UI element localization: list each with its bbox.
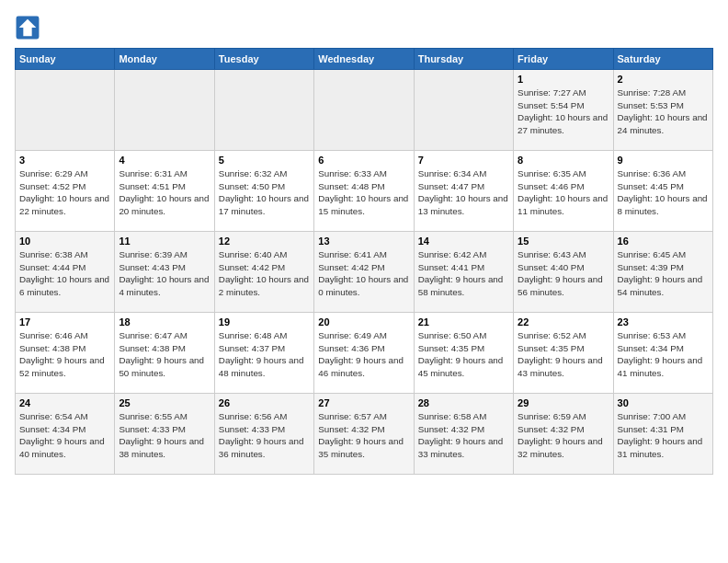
calendar-day-cell: 23Sunrise: 6:53 AM Sunset: 4:34 PM Dayli… — [613, 313, 712, 394]
day-info: Sunrise: 6:54 AM Sunset: 4:34 PM Dayligh… — [19, 410, 110, 461]
day-number: 26 — [219, 397, 310, 408]
day-number: 1 — [518, 74, 609, 85]
calendar-day-cell — [414, 70, 513, 151]
page-header — [15, 15, 713, 40]
day-number: 5 — [219, 155, 310, 166]
day-number: 22 — [518, 316, 609, 327]
calendar-day-cell: 22Sunrise: 6:52 AM Sunset: 4:35 PM Dayli… — [514, 313, 613, 394]
calendar-day-cell: 30Sunrise: 7:00 AM Sunset: 4:31 PM Dayli… — [613, 394, 712, 475]
calendar-week-row: 1Sunrise: 7:27 AM Sunset: 5:54 PM Daylig… — [16, 70, 713, 151]
day-info: Sunrise: 7:28 AM Sunset: 5:53 PM Dayligh… — [618, 86, 709, 137]
day-info: Sunrise: 6:47 AM Sunset: 4:38 PM Dayligh… — [119, 329, 210, 380]
calendar-week-row: 24Sunrise: 6:54 AM Sunset: 4:34 PM Dayli… — [16, 394, 713, 475]
calendar-week-row: 17Sunrise: 6:46 AM Sunset: 4:38 PM Dayli… — [16, 313, 713, 394]
day-number: 13 — [318, 236, 409, 247]
day-number: 25 — [119, 397, 210, 408]
day-number: 12 — [219, 236, 310, 247]
calendar-day-cell: 28Sunrise: 6:58 AM Sunset: 4:32 PM Dayli… — [414, 394, 513, 475]
calendar-day-cell: 12Sunrise: 6:40 AM Sunset: 4:42 PM Dayli… — [214, 232, 313, 313]
calendar-day-cell — [314, 70, 414, 151]
day-number: 20 — [318, 316, 409, 327]
day-number: 21 — [418, 316, 509, 327]
day-info: Sunrise: 7:27 AM Sunset: 5:54 PM Dayligh… — [518, 86, 609, 137]
calendar-day-cell: 17Sunrise: 6:46 AM Sunset: 4:38 PM Dayli… — [16, 313, 115, 394]
day-number: 24 — [19, 397, 110, 408]
day-number: 17 — [19, 316, 110, 327]
day-number: 2 — [618, 74, 709, 85]
day-info: Sunrise: 7:00 AM Sunset: 4:31 PM Dayligh… — [618, 410, 709, 461]
calendar-day-cell: 25Sunrise: 6:55 AM Sunset: 4:33 PM Dayli… — [115, 394, 214, 475]
day-info: Sunrise: 6:49 AM Sunset: 4:36 PM Dayligh… — [318, 329, 409, 380]
calendar-day-cell: 18Sunrise: 6:47 AM Sunset: 4:38 PM Dayli… — [115, 313, 214, 394]
calendar-day-cell: 8Sunrise: 6:35 AM Sunset: 4:46 PM Daylig… — [514, 151, 613, 232]
day-number: 10 — [19, 236, 110, 247]
calendar-day-cell: 16Sunrise: 6:45 AM Sunset: 4:39 PM Dayli… — [613, 232, 712, 313]
day-info: Sunrise: 6:41 AM Sunset: 4:42 PM Dayligh… — [318, 248, 409, 299]
calendar-day-cell: 7Sunrise: 6:34 AM Sunset: 4:47 PM Daylig… — [414, 151, 513, 232]
day-info: Sunrise: 6:53 AM Sunset: 4:34 PM Dayligh… — [618, 329, 709, 380]
day-info: Sunrise: 6:52 AM Sunset: 4:35 PM Dayligh… — [518, 329, 609, 380]
weekday-header-cell: Tuesday — [214, 49, 313, 70]
calendar-day-cell: 9Sunrise: 6:36 AM Sunset: 4:45 PM Daylig… — [613, 151, 712, 232]
calendar-day-cell: 15Sunrise: 6:43 AM Sunset: 4:40 PM Dayli… — [514, 232, 613, 313]
calendar-day-cell: 27Sunrise: 6:57 AM Sunset: 4:32 PM Dayli… — [314, 394, 414, 475]
day-number: 14 — [418, 236, 509, 247]
logo-icon — [15, 15, 40, 40]
calendar-day-cell: 19Sunrise: 6:48 AM Sunset: 4:37 PM Dayli… — [214, 313, 313, 394]
logo — [15, 15, 44, 40]
day-number: 27 — [318, 397, 409, 408]
day-info: Sunrise: 6:34 AM Sunset: 4:47 PM Dayligh… — [418, 167, 509, 218]
weekday-header-cell: Wednesday — [314, 49, 414, 70]
calendar-day-cell: 29Sunrise: 6:59 AM Sunset: 4:32 PM Dayli… — [514, 394, 613, 475]
calendar-day-cell: 24Sunrise: 6:54 AM Sunset: 4:34 PM Dayli… — [16, 394, 115, 475]
day-info: Sunrise: 6:57 AM Sunset: 4:32 PM Dayligh… — [318, 410, 409, 461]
day-info: Sunrise: 6:50 AM Sunset: 4:35 PM Dayligh… — [418, 329, 509, 380]
day-info: Sunrise: 6:42 AM Sunset: 4:41 PM Dayligh… — [418, 248, 509, 299]
calendar-day-cell: 2Sunrise: 7:28 AM Sunset: 5:53 PM Daylig… — [613, 70, 712, 151]
calendar-day-cell: 11Sunrise: 6:39 AM Sunset: 4:43 PM Dayli… — [115, 232, 214, 313]
day-number: 28 — [418, 397, 509, 408]
calendar-day-cell: 21Sunrise: 6:50 AM Sunset: 4:35 PM Dayli… — [414, 313, 513, 394]
day-info: Sunrise: 6:33 AM Sunset: 4:48 PM Dayligh… — [318, 167, 409, 218]
calendar-day-cell: 20Sunrise: 6:49 AM Sunset: 4:36 PM Dayli… — [314, 313, 414, 394]
day-info: Sunrise: 6:31 AM Sunset: 4:51 PM Dayligh… — [119, 167, 210, 218]
day-number: 7 — [418, 155, 509, 166]
calendar-day-cell: 1Sunrise: 7:27 AM Sunset: 5:54 PM Daylig… — [514, 70, 613, 151]
day-info: Sunrise: 6:45 AM Sunset: 4:39 PM Dayligh… — [618, 248, 709, 299]
day-number: 15 — [518, 236, 609, 247]
day-info: Sunrise: 6:36 AM Sunset: 4:45 PM Dayligh… — [618, 167, 709, 218]
day-info: Sunrise: 6:43 AM Sunset: 4:40 PM Dayligh… — [518, 248, 609, 299]
calendar-day-cell: 13Sunrise: 6:41 AM Sunset: 4:42 PM Dayli… — [314, 232, 414, 313]
weekday-header-cell: Friday — [514, 49, 613, 70]
calendar-day-cell: 10Sunrise: 6:38 AM Sunset: 4:44 PM Dayli… — [16, 232, 115, 313]
calendar-day-cell — [115, 70, 214, 151]
calendar-day-cell: 14Sunrise: 6:42 AM Sunset: 4:41 PM Dayli… — [414, 232, 513, 313]
day-info: Sunrise: 6:46 AM Sunset: 4:38 PM Dayligh… — [19, 329, 110, 380]
day-number: 30 — [618, 397, 709, 408]
day-info: Sunrise: 6:32 AM Sunset: 4:50 PM Dayligh… — [219, 167, 310, 218]
calendar-body: 1Sunrise: 7:27 AM Sunset: 5:54 PM Daylig… — [16, 70, 713, 475]
calendar-day-cell: 5Sunrise: 6:32 AM Sunset: 4:50 PM Daylig… — [214, 151, 313, 232]
day-number: 19 — [219, 316, 310, 327]
calendar-day-cell — [16, 70, 115, 151]
day-number: 11 — [119, 236, 210, 247]
day-number: 23 — [618, 316, 709, 327]
weekday-header-cell: Monday — [115, 49, 214, 70]
calendar-week-row: 10Sunrise: 6:38 AM Sunset: 4:44 PM Dayli… — [16, 232, 713, 313]
day-number: 18 — [119, 316, 210, 327]
calendar-day-cell: 26Sunrise: 6:56 AM Sunset: 4:33 PM Dayli… — [214, 394, 313, 475]
day-number: 4 — [119, 155, 210, 166]
day-number: 3 — [19, 155, 110, 166]
weekday-header-cell: Sunday — [16, 49, 115, 70]
calendar-day-cell: 6Sunrise: 6:33 AM Sunset: 4:48 PM Daylig… — [314, 151, 414, 232]
day-info: Sunrise: 6:35 AM Sunset: 4:46 PM Dayligh… — [518, 167, 609, 218]
day-number: 6 — [318, 155, 409, 166]
calendar-table: SundayMondayTuesdayWednesdayThursdayFrid… — [15, 48, 713, 475]
day-info: Sunrise: 6:38 AM Sunset: 4:44 PM Dayligh… — [19, 248, 110, 299]
day-info: Sunrise: 6:40 AM Sunset: 4:42 PM Dayligh… — [219, 248, 310, 299]
calendar-day-cell: 4Sunrise: 6:31 AM Sunset: 4:51 PM Daylig… — [115, 151, 214, 232]
weekday-header-cell: Saturday — [613, 49, 712, 70]
day-number: 16 — [618, 236, 709, 247]
calendar-day-cell — [214, 70, 313, 151]
calendar-day-cell: 3Sunrise: 6:29 AM Sunset: 4:52 PM Daylig… — [16, 151, 115, 232]
